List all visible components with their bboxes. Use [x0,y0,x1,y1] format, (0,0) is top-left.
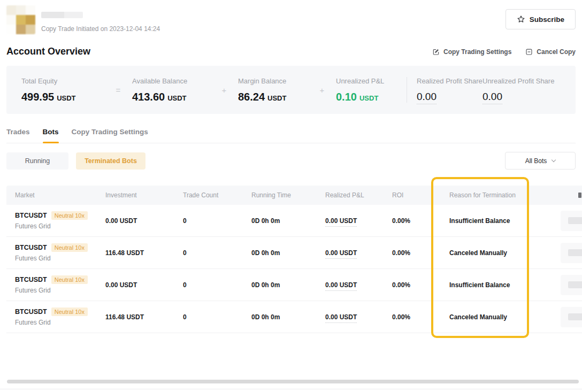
trader-identity: Copy Trade Initiated on 2023-12-04 14:24 [6,5,160,34]
bot-subtabs: Running Terminated Bots All Bots [6,152,576,170]
horizontal-scrollbar[interactable] [7,380,579,383]
strategy-type: Futures Grid [15,222,97,230]
cell-realized-pnl: 0.00 USDT [317,313,384,321]
stat-label: Available Balance [132,77,210,85]
row-action-blurred[interactable] [568,281,582,288]
column-header-market: Market [6,191,97,199]
cell-roi: 0.00% [384,281,441,289]
realized-pnl-value: 0.00 USDT [325,217,357,227]
table-row: BTCUSDTNeutral 10xFutures Grid0.00 USDT0… [6,205,582,237]
avatar-pixel [16,5,26,15]
stats-divider [407,77,407,103]
bot-filter-dropdown[interactable]: All Bots [505,152,576,170]
strategy-type: Futures Grid [15,255,97,262]
tab-bots[interactable]: Bots [43,128,59,143]
running-label: Running [25,157,50,165]
stat-label: Margin Balance [238,77,308,85]
cell-market: BTCUSDTNeutral 10xFutures Grid [6,308,97,326]
cell-trade-count: 0 [174,217,243,225]
row-action-blurred[interactable] [568,249,582,256]
leverage-badge: Neutral 10x [51,308,88,316]
avatar-pixel [26,5,35,15]
row-action-blurred[interactable] [568,313,582,320]
avatar-pixel [16,15,26,25]
column-header-investment: Investment [97,191,174,199]
cell-termination-reason: Canceled Manually [441,249,556,257]
bot-filter-value: All Bots [525,157,547,165]
market-symbol: BTCUSDT [15,244,47,251]
stat-available-balance: Available Balance413.60USDT [132,77,210,103]
cell-investment: 116.48 USDT [97,249,174,257]
copy-trading-settings-link[interactable]: Copy Trading Settings [432,48,511,56]
cell-investment: 0.00 USDT [97,217,174,225]
realized-pnl-value: 0.00 USDT [325,249,357,259]
tab-terminated-bots[interactable]: Terminated Bots [76,152,146,170]
cell-running-time: 0D 0h 0m [243,281,317,289]
column-header-trade-count: Trade Count [174,191,243,199]
stat-operator: + [210,86,238,95]
strategy-type: Futures Grid [15,287,97,294]
stat-number: 86.24 [238,91,265,103]
cell-market: BTCUSDTNeutral 10xFutures Grid [6,211,97,230]
avatar-pixel [6,25,16,34]
page-title: Account Overview [6,46,90,57]
main-tabs: TradesBotsCopy Trading Settings [6,128,576,143]
leverage-badge: Neutral 10x [51,275,88,284]
cell-action [556,301,582,333]
avatar-pixel [26,15,35,25]
stat-label: Total Equity [21,77,104,85]
stat-number: 0.00 [483,91,502,104]
subscribe-label: Subscribe [530,16,564,24]
stat-number: 499.95 [21,91,54,103]
cell-action [556,269,582,301]
trader-texts: Copy Trade Initiated on 2023-12-04 14:24 [41,5,160,34]
star-icon [517,15,525,24]
stat-unit: USDT [57,94,75,102]
market-line: BTCUSDTNeutral 10x [15,308,97,316]
stat-number: 0.10 [336,91,357,103]
account-stats-panel: Total Equity499.95USDT=Available Balance… [6,66,576,114]
cell-running-time: 0D 0h 0m [243,217,317,225]
stat-label: Realized Profit Share [417,77,474,85]
copy-trade-initiated-text: Copy Trade Initiated on 2023-12-04 14:24 [41,25,160,33]
terminated-bots-table: MarketInvestmentTrade CountRunning TimeR… [6,186,582,333]
stat-value: 0.00 [417,91,474,103]
stat-unrealized-profit-share: Unrealized Profit Share0.00 [483,77,554,103]
cell-termination-reason: Canceled Manually [441,313,556,321]
tab-trades[interactable]: Trades [6,128,30,143]
cell-realized-pnl: 0.00 USDT [317,281,384,289]
stat-total-equity: Total Equity499.95USDT [21,77,104,103]
market-symbol: BTCUSDT [15,212,47,219]
stat-value: 0.00 [483,91,554,103]
row-action-blurred[interactable] [568,217,582,224]
stat-label: Unrealized Profit Share [483,77,554,85]
column-header-roi: ROI [384,191,441,199]
stat-margin-balance: Margin Balance86.24USDT [238,77,308,103]
cell-termination-reason: Insufficient Balance [441,217,556,225]
cell-roi: 0.00% [384,313,441,321]
cell-market: BTCUSDTNeutral 10xFutures Grid [6,243,97,262]
leverage-badge: Neutral 10x [51,243,88,252]
cell-roi: 0.00% [384,217,441,225]
trader-avatar [6,5,35,34]
tab-copy-trading-settings[interactable]: Copy Trading Settings [72,128,148,143]
tab-running-bots[interactable]: Running [6,152,68,170]
chevron-down-icon [552,158,556,162]
subscribe-button[interactable]: Subscribe [506,9,576,29]
market-line: BTCUSDTNeutral 10x [15,243,97,252]
stat-value: 413.60USDT [132,91,210,103]
stat-value: 0.10USDT [336,91,400,103]
cell-action [556,237,582,268]
stat-number: 0.00 [417,91,436,104]
table-row: BTCUSDTNeutral 10xFutures Grid116.48 USD… [6,237,582,269]
cell-termination-reason: Insufficient Balance [441,281,556,289]
cancel-copy-label: Cancel Copy [537,48,576,56]
minus-square-icon [525,48,533,56]
table-row: BTCUSDTNeutral 10xFutures Grid0.00 USDT0… [6,269,582,301]
stat-number: 413.60 [132,91,165,103]
cancel-copy-link[interactable]: Cancel Copy [525,48,576,56]
cell-action [556,205,582,236]
avatar-pixel [6,5,16,15]
cell-roi: 0.00% [384,249,441,257]
market-line: BTCUSDTNeutral 10x [15,211,97,220]
